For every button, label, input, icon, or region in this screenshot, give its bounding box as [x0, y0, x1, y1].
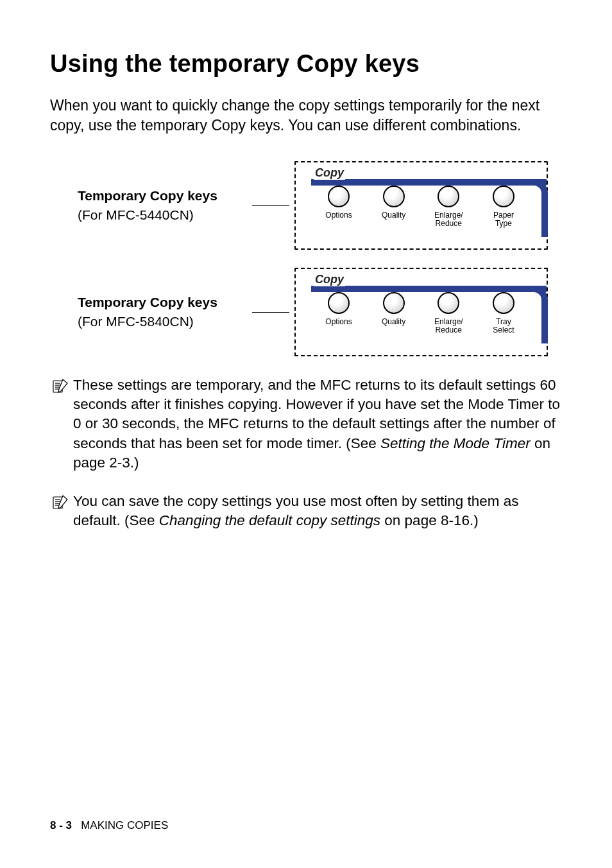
button-label: Options	[325, 211, 352, 220]
button-label: Tray Select	[493, 318, 514, 334]
button-icon	[328, 186, 350, 207]
note-block: You can save the copy settings you use m…	[50, 492, 564, 530]
panel-band-tail	[527, 286, 548, 343]
note-link: Setting the Mode Timer	[380, 435, 531, 451]
button-icon	[383, 292, 405, 314]
panel-band	[311, 286, 547, 292]
copy-button-paper-type: Paper Type	[480, 186, 527, 228]
copy-keys-panel: Copy Options Quality Enlarge/ Reduce Pap…	[294, 161, 548, 250]
button-icon	[438, 292, 459, 314]
keypanel-subtitle: (For MFC-5840CN)	[78, 314, 252, 329]
button-label: Enlarge/ Reduce	[434, 211, 463, 228]
keypanel-subtitle: (For MFC-5440CN)	[78, 207, 252, 223]
connector-line	[252, 205, 289, 206]
copy-button-options: Options	[315, 186, 362, 228]
button-label: Options	[325, 318, 352, 326]
connector-line	[252, 312, 289, 313]
button-icon	[328, 292, 350, 314]
button-label: Paper Type	[493, 211, 514, 228]
panel-band	[311, 179, 547, 186]
copy-button-quality: Quality	[370, 292, 418, 334]
copy-button-quality: Quality	[370, 186, 418, 228]
copy-label: Copy	[314, 166, 345, 180]
panel-band-tail	[527, 179, 548, 237]
note-text-post: on page 8-16.)	[380, 512, 479, 528]
keypanel-row: Temporary Copy keys (For MFC-5840CN) Cop…	[50, 268, 564, 356]
button-label: Enlarge/ Reduce	[434, 318, 463, 334]
note-text: You can save the copy settings you use m…	[73, 492, 564, 530]
page-number: 8 - 3	[50, 819, 72, 831]
note-icon	[50, 493, 73, 515]
keypanel-title: Temporary Copy keys	[78, 188, 252, 204]
button-icon	[493, 186, 514, 207]
page-heading: Using the temporary Copy keys	[50, 50, 564, 78]
page-footer: 8 - 3 MAKING COPIES	[50, 819, 168, 832]
copy-keys-panel: Copy Options Quality Enlarge/ Reduce Tra…	[294, 268, 548, 356]
button-icon	[493, 292, 514, 314]
intro-paragraph: When you want to quickly change the copy…	[50, 96, 564, 135]
note-icon	[50, 377, 73, 399]
section-title: MAKING COPIES	[81, 819, 168, 831]
copy-button-enlarge-reduce: Enlarge/ Reduce	[425, 292, 472, 334]
button-label: Quality	[382, 211, 405, 220]
note-block: These settings are temporary, and the MF…	[50, 376, 564, 473]
button-label: Quality	[382, 318, 405, 326]
note-text: These settings are temporary, and the MF…	[73, 376, 564, 473]
button-icon	[438, 186, 459, 207]
button-icon	[383, 186, 405, 207]
copy-button-enlarge-reduce: Enlarge/ Reduce	[425, 186, 472, 228]
copy-button-options: Options	[315, 292, 362, 334]
note-link: Changing the default copy settings	[159, 512, 380, 528]
keypanel-row: Temporary Copy keys (For MFC-5440CN) Cop…	[50, 161, 564, 250]
copy-label: Copy	[314, 273, 345, 286]
copy-button-tray-select: Tray Select	[480, 292, 527, 334]
keypanel-title: Temporary Copy keys	[78, 295, 252, 310]
